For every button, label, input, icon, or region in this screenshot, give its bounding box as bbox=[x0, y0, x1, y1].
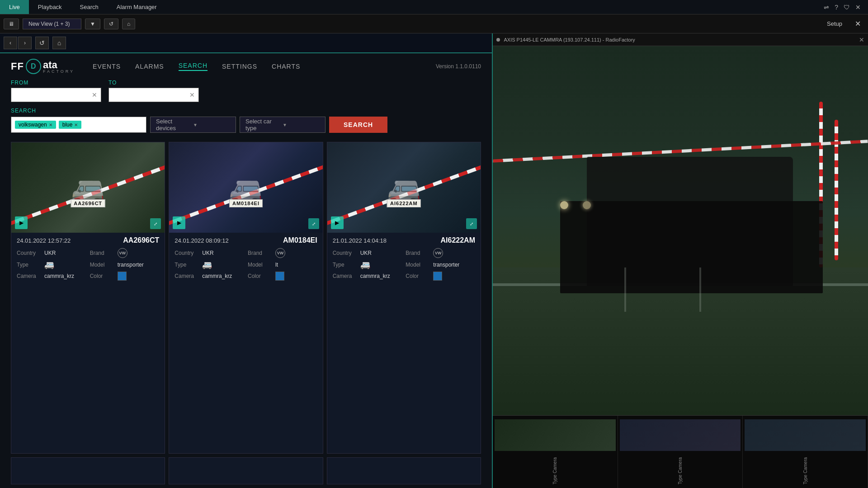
results-grid: 🚐 АА2696СТ ▶ ⤢ 24.01.2022 12:57:22 AA269… bbox=[0, 138, 492, 457]
cartype-arrow-icon: ▼ bbox=[283, 122, 320, 127]
expand-btn-2[interactable]: ⤢ bbox=[466, 218, 477, 229]
thumb-label-0: Type Camera bbox=[552, 453, 557, 484]
camera-feed bbox=[493, 46, 868, 415]
thumb-preview-2 bbox=[745, 419, 866, 451]
road-scene bbox=[493, 46, 868, 415]
detail-color-2: Color bbox=[406, 272, 475, 281]
card-image-1: 🚐 АМ0184ЕІ ▶ ⤢ bbox=[169, 142, 322, 233]
detail-camera-0: Camera cammra_krz bbox=[17, 272, 86, 281]
partial-card-0[interactable] bbox=[11, 457, 165, 484]
monitor-btn[interactable]: 🖥 bbox=[4, 19, 19, 29]
partial-card-1[interactable] bbox=[169, 457, 323, 484]
nav-tab-live-label: Live bbox=[9, 4, 20, 10]
devices-dropdown[interactable]: Select devices ▼ bbox=[150, 117, 236, 133]
tire-track-right bbox=[699, 267, 701, 312]
top-nav-bar: Live Playback Search Alarm Manager ⇌ ? 🛡… bbox=[0, 0, 868, 14]
detail-model-2: Model transporter bbox=[406, 260, 475, 270]
dropdown-btn[interactable]: ▼ bbox=[85, 19, 100, 29]
model-label-2: Model bbox=[406, 262, 430, 268]
detail-country-0: Country UKR bbox=[17, 248, 86, 258]
card-plate-1: AM0184EI bbox=[283, 236, 317, 244]
detail-brand-1: Brand VW bbox=[248, 248, 317, 258]
nav-tab-search[interactable]: Search bbox=[71, 0, 108, 14]
header-row: FF D ata FACTORY EVENTS ALARMS SEARCH SE… bbox=[0, 53, 492, 76]
country-val-0: UKR bbox=[44, 250, 56, 256]
logo-circle: D bbox=[26, 59, 41, 74]
nav-tab-alarm[interactable]: Alarm Manager bbox=[108, 0, 166, 14]
shield-icon[interactable]: 🛡 bbox=[844, 4, 850, 11]
detail-color-0: Color bbox=[90, 272, 160, 281]
result-card-2[interactable]: 🚐 АІ6222АМ ▶ ⤢ 21.01.2022 14:04:18 AI622… bbox=[327, 142, 481, 454]
setup-button[interactable]: Setup bbox=[821, 20, 848, 27]
camera-val-0: cammra_krz bbox=[44, 273, 74, 279]
cartype-dropdown[interactable]: Select car type ▼ bbox=[240, 117, 326, 133]
from-clear-btn[interactable]: ✕ bbox=[91, 91, 98, 99]
camera-label-1: Camera bbox=[175, 273, 199, 279]
detail-color-1: Color bbox=[248, 272, 317, 281]
van-icon-1: 🚐 bbox=[202, 260, 212, 270]
detail-brand-0: Brand VW bbox=[90, 248, 160, 258]
home-btn[interactable]: ⌂ bbox=[122, 19, 135, 29]
color-label-2: Color bbox=[406, 273, 430, 279]
nav-tab-live[interactable]: Live bbox=[0, 0, 29, 14]
camera-close-btn[interactable]: ✕ bbox=[859, 36, 864, 43]
reload-btn[interactable]: ↺ bbox=[35, 37, 49, 49]
window-close-btn[interactable]: ✕ bbox=[851, 19, 864, 28]
tag-blue-close[interactable]: ✕ bbox=[74, 122, 78, 127]
forward-btn[interactable]: › bbox=[18, 37, 32, 49]
version-text: Version 1.1.0.0110 bbox=[436, 63, 481, 70]
search-row: volkswagen ✕ blue ✕ Select devices ▼ Sel… bbox=[11, 117, 481, 133]
menu-charts[interactable]: CHARTS bbox=[272, 63, 300, 70]
result-card-1[interactable]: 🚐 АМ0184ЕІ ▶ ⤢ 24.01.2022 08:09:12 AM018… bbox=[169, 142, 323, 454]
camera-label-2: Camera bbox=[333, 273, 358, 279]
from-date-input[interactable] bbox=[15, 92, 91, 99]
thumb-label-1: Type Camera bbox=[678, 453, 683, 484]
model-val-1: lt bbox=[275, 262, 278, 268]
model-label-0: Model bbox=[90, 262, 115, 268]
to-date-input[interactable] bbox=[113, 92, 189, 99]
question-icon[interactable]: ? bbox=[835, 4, 838, 11]
tag-volkswagen-value: volkswagen bbox=[19, 122, 47, 128]
main-layout: ‹ › ↺ ⌂ FF D ata FACTORY EVENTS ALARMS bbox=[0, 33, 868, 488]
license-plate-2: АІ6222АМ bbox=[387, 199, 421, 207]
detail-type-0: Type 🚐 bbox=[17, 260, 86, 270]
card-plate-2: AI6222AM bbox=[441, 236, 475, 244]
menu-events[interactable]: EVENTS bbox=[93, 63, 121, 70]
menu-search[interactable]: SEARCH bbox=[179, 62, 208, 71]
color-label-0: Color bbox=[90, 273, 115, 279]
tag-input[interactable]: volkswagen ✕ blue ✕ bbox=[11, 117, 146, 133]
country-label-0: Country bbox=[17, 250, 42, 256]
search-section: FROM ✕ TO ✕ SEARCH bbox=[0, 76, 492, 138]
result-card-0[interactable]: 🚐 АА2696СТ ▶ ⤢ 24.01.2022 12:57:22 AA269… bbox=[11, 142, 165, 454]
close-icon[interactable]: ✕ bbox=[855, 4, 861, 11]
detail-brand-2: Brand VW bbox=[406, 248, 475, 258]
top-nav-right: ⇌ ? 🛡 ✕ bbox=[824, 4, 868, 11]
content-panel: ‹ › ↺ ⌂ FF D ata FACTORY EVENTS ALARMS bbox=[0, 33, 493, 488]
thumb-item-1[interactable]: Type Camera bbox=[618, 416, 743, 488]
search-button[interactable]: Search bbox=[329, 117, 387, 133]
play-btn-1[interactable]: ▶ bbox=[173, 216, 185, 229]
nav-tab-playback-label: Playback bbox=[38, 4, 62, 10]
from-date-wrap: ✕ bbox=[11, 88, 101, 102]
play-btn-0[interactable]: ▶ bbox=[15, 216, 28, 229]
expand-btn-1[interactable]: ⤢ bbox=[308, 218, 319, 229]
to-clear-btn[interactable]: ✕ bbox=[189, 91, 196, 99]
tag-volkswagen-close[interactable]: ✕ bbox=[49, 122, 52, 127]
arrow-icon[interactable]: ⇌ bbox=[824, 4, 829, 11]
refresh-btn[interactable]: ↺ bbox=[104, 19, 118, 29]
play-btn-2[interactable]: ▶ bbox=[331, 216, 344, 229]
partial-card-2[interactable] bbox=[327, 457, 481, 484]
type-label-2: Type bbox=[333, 262, 358, 268]
nav-tab-playback[interactable]: Playback bbox=[29, 0, 71, 14]
menu-settings[interactable]: SETTINGS bbox=[222, 63, 257, 70]
bottom-partial-row bbox=[0, 457, 492, 488]
color-label-1: Color bbox=[248, 273, 273, 279]
menu-alarms[interactable]: ALARMS bbox=[135, 63, 164, 70]
expand-btn-0[interactable]: ⤢ bbox=[150, 218, 161, 229]
nav-tab-alarm-label: Alarm Manager bbox=[117, 4, 157, 10]
home-nav-btn[interactable]: ⌂ bbox=[52, 37, 66, 49]
thumb-item-2[interactable]: Type Camera bbox=[743, 416, 868, 488]
from-label: FROM bbox=[11, 80, 101, 86]
back-btn[interactable]: ‹ bbox=[4, 37, 17, 49]
thumb-item-0[interactable]: Type Camera bbox=[493, 416, 618, 488]
